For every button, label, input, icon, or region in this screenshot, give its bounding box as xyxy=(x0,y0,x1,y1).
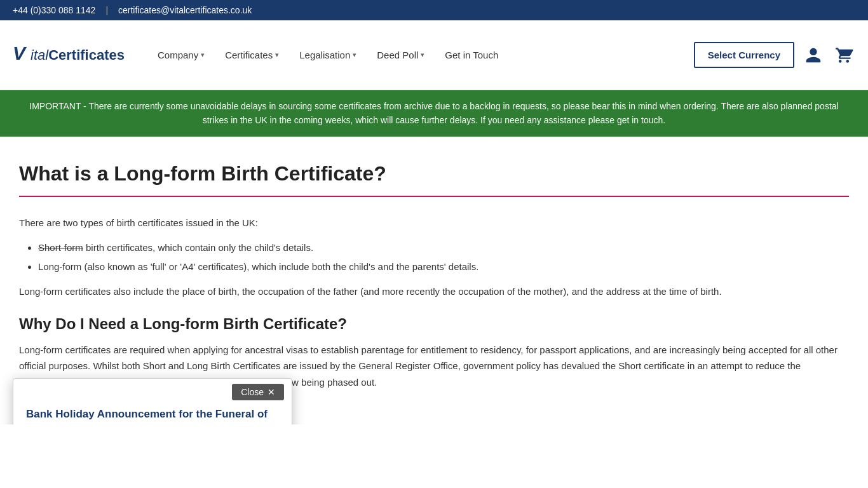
nav-legalisation[interactable]: Legalisation ▾ xyxy=(292,44,364,65)
section-2-title: Why Do I Need a Long-form Birth Certific… xyxy=(19,315,849,333)
logo[interactable]: V italCertificates xyxy=(13,42,125,68)
nav-certificates[interactable]: Certificates ▾ xyxy=(217,44,287,65)
logo-vital: ital xyxy=(31,47,48,63)
title-divider xyxy=(19,196,849,197)
user-account-icon[interactable] xyxy=(802,44,825,67)
popup-close-button[interactable]: Close ✕ xyxy=(232,384,284,400)
deed-poll-arrow-icon: ▾ xyxy=(421,51,424,59)
banner-text: IMPORTANT - There are currently some una… xyxy=(29,101,838,125)
select-currency-button[interactable]: Select Currency xyxy=(694,42,794,68)
popup: Close ✕ Bank Holiday Announcement for th… xyxy=(13,378,292,425)
popup-close-bar: Close ✕ xyxy=(13,379,292,400)
page-title: What is a Long-form Birth Certificate? xyxy=(19,162,849,186)
popup-title: Bank Holiday Announcement for the Funera… xyxy=(26,407,279,425)
nav-right: Select Currency xyxy=(694,42,855,68)
nav-links: Company ▾ Certificates ▾ Legalisation ▾ … xyxy=(150,44,694,65)
logo-v: V xyxy=(13,42,31,68)
certificates-arrow-icon: ▾ xyxy=(275,51,279,59)
phone-number[interactable]: +44 (0)330 088 1142 xyxy=(13,5,95,15)
nav-deed-poll[interactable]: Deed Poll ▾ xyxy=(369,44,432,65)
important-banner: IMPORTANT - There are currently some una… xyxy=(0,90,868,137)
long-form-text: Long-form (also known as 'full' or 'A4' … xyxy=(38,261,478,272)
logo-certificates: Certificates xyxy=(48,47,125,63)
main-content: What is a Long-form Birth Certificate? T… xyxy=(0,137,868,425)
close-label: Close xyxy=(241,387,264,397)
short-form-strike: Short-form xyxy=(38,242,83,253)
nav-get-in-touch[interactable]: Get in Touch xyxy=(437,44,506,65)
list-item-short-form: Short-form birth certificates, which con… xyxy=(38,240,849,256)
legalisation-arrow-icon: ▾ xyxy=(353,51,356,59)
email-address[interactable]: certificates@vitalcertificates.co.uk xyxy=(118,5,252,15)
logo-wordmark: italCertificates xyxy=(31,47,125,64)
list-item-long-form: Long-form (also known as 'full' or 'A4' … xyxy=(38,259,849,275)
popup-body: Bank Holiday Announcement for the Funera… xyxy=(13,400,292,425)
intro-text: There are two types of birth certificate… xyxy=(19,215,849,231)
logo-v-icon: V xyxy=(13,42,31,64)
main-nav: V italCertificates Company ▾ Certificate… xyxy=(0,20,868,90)
nav-company[interactable]: Company ▾ xyxy=(150,44,212,65)
certificate-types-list: Short-form birth certificates, which con… xyxy=(19,240,849,274)
body-text-1: Long-form certificates also include the … xyxy=(19,283,849,300)
company-arrow-icon: ▾ xyxy=(201,51,205,59)
top-bar-divider: | xyxy=(105,5,108,15)
cart-icon[interactable] xyxy=(832,44,855,67)
top-bar: +44 (0)330 088 1142 | certificates@vital… xyxy=(0,0,868,20)
short-form-rest: birth certificates, which contain only t… xyxy=(83,242,313,253)
popup-overlay: Close ✕ Bank Holiday Announcement for th… xyxy=(13,378,292,425)
svg-text:V: V xyxy=(13,43,27,64)
close-icon: ✕ xyxy=(268,387,275,397)
